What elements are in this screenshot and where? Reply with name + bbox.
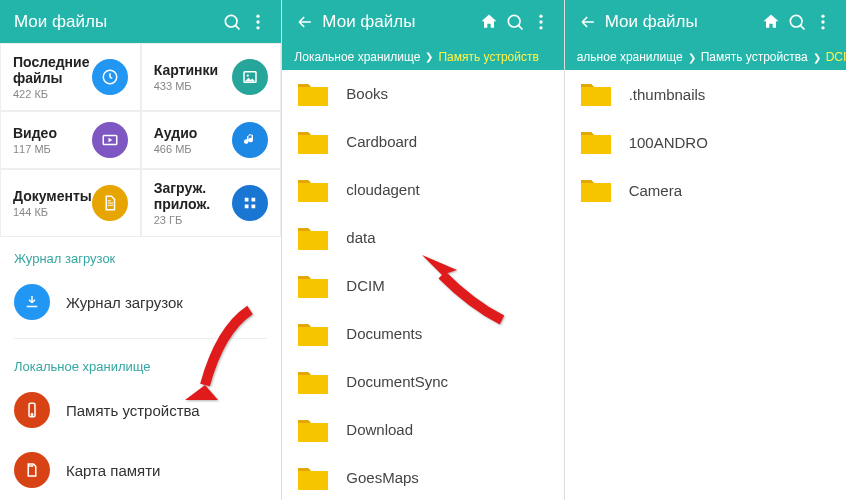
crumb-local[interactable]: альное хранилище: [577, 50, 683, 64]
svg-line-16: [518, 25, 522, 29]
folder-data[interactable]: data: [282, 214, 563, 262]
search-icon[interactable]: [219, 12, 245, 32]
crumb-local[interactable]: Локальное хранилище: [294, 50, 420, 64]
folder-name: Download: [346, 421, 413, 438]
svg-point-24: [821, 26, 824, 29]
overflow-icon[interactable]: [810, 12, 836, 32]
folder-documentsync[interactable]: DocumentSync: [282, 358, 563, 406]
folder-list: .thumbnails 100ANDRO Camera: [565, 70, 846, 214]
folder-name: GoesMaps: [346, 469, 419, 486]
tile-sub: 144 КБ: [13, 206, 92, 218]
tile-sub: 422 КБ: [13, 88, 92, 100]
svg-point-14: [31, 414, 33, 416]
search-icon[interactable]: [784, 12, 810, 32]
crumb-device[interactable]: Память устройств: [438, 50, 538, 64]
folder-cardboard[interactable]: Cardboard: [282, 118, 563, 166]
folder-icon: [296, 80, 330, 108]
folder-icon: [296, 128, 330, 156]
folder-icon: [579, 176, 613, 204]
svg-line-1: [236, 25, 240, 29]
back-icon[interactable]: [292, 12, 318, 32]
divider: [14, 338, 267, 339]
tile-sub: 117 МБ: [13, 143, 57, 155]
image-icon: [232, 59, 268, 95]
svg-point-4: [257, 26, 260, 29]
folder-100andro[interactable]: 100ANDRO: [565, 118, 846, 166]
overflow-icon[interactable]: [528, 12, 554, 32]
folder-name: .thumbnails: [629, 86, 706, 103]
breadcrumb: Локальное хранилище ❯ Память устройств: [282, 44, 563, 70]
folder-camera[interactable]: Camera: [565, 166, 846, 214]
folder-thumbnails[interactable]: .thumbnails: [565, 70, 846, 118]
screenshot-stage: Мои файлы Последние файлы422 КБ Картинки…: [0, 0, 846, 500]
chevron-right-icon: ❯: [688, 52, 696, 63]
home-icon[interactable]: [758, 12, 784, 32]
folder-dcim[interactable]: DCIM: [282, 262, 563, 310]
folder-icon: [579, 128, 613, 156]
folder-name: data: [346, 229, 375, 246]
row-device-storage[interactable]: Память устройства: [0, 380, 281, 440]
video-icon: [92, 122, 128, 158]
back-icon[interactable]: [575, 12, 601, 32]
row-label: Память устройства: [66, 402, 200, 419]
svg-point-17: [539, 14, 542, 17]
folder-books[interactable]: Books: [282, 70, 563, 118]
titlebar: Мои файлы: [282, 0, 563, 44]
pane-dcim: Мои файлы альное хранилище ❯ Память устр…: [565, 0, 846, 500]
category-grid: Последние файлы422 КБ Картинки433 МБ Вид…: [0, 43, 281, 237]
svg-point-18: [539, 20, 542, 23]
tile-documents[interactable]: Документы144 КБ: [0, 169, 141, 237]
folder-icon: [296, 416, 330, 444]
svg-point-19: [539, 26, 542, 29]
sd-card-icon: [14, 452, 50, 488]
folder-icon: [296, 176, 330, 204]
tile-video[interactable]: Видео117 МБ: [0, 111, 141, 169]
folder-download[interactable]: Download: [282, 406, 563, 454]
pane-myfiles: Мои файлы Последние файлы422 КБ Картинки…: [0, 0, 281, 500]
title: Мои файлы: [14, 12, 219, 32]
title: Мои файлы: [605, 12, 758, 32]
home-icon[interactable]: [476, 12, 502, 32]
folder-cloudagent[interactable]: cloudagent: [282, 166, 563, 214]
titlebar: Мои файлы: [0, 0, 281, 43]
folder-goesmaps[interactable]: GoesMaps: [282, 454, 563, 500]
tile-recent[interactable]: Последние файлы422 КБ: [0, 43, 141, 111]
tile-label: Аудио: [154, 125, 198, 141]
svg-point-3: [257, 20, 260, 23]
svg-point-22: [821, 15, 824, 18]
section-storage: Локальное хранилище: [0, 345, 281, 380]
folder-documents[interactable]: Documents: [282, 310, 563, 358]
svg-point-2: [257, 14, 260, 17]
crumb-device[interactable]: Память устройства: [701, 50, 808, 64]
title: Мои файлы: [322, 12, 475, 32]
tile-label: Видео: [13, 125, 57, 141]
svg-point-20: [790, 15, 802, 27]
apps-icon: [232, 185, 268, 221]
svg-point-0: [226, 15, 238, 27]
svg-rect-10: [252, 198, 256, 202]
chevron-right-icon: ❯: [813, 52, 821, 63]
pane-device-storage: Мои файлы Локальное хранилище ❯ Память у…: [282, 0, 563, 500]
tile-sub: 433 МБ: [154, 80, 218, 92]
folder-icon: [296, 320, 330, 348]
tile-audio[interactable]: Аудио466 МБ: [141, 111, 282, 169]
breadcrumb: альное хранилище ❯ Память устройства ❯ D…: [565, 44, 846, 70]
tile-pictures[interactable]: Картинки433 МБ: [141, 43, 282, 111]
svg-rect-11: [245, 205, 249, 209]
folder-icon: [296, 368, 330, 396]
row-download-journal[interactable]: Журнал загрузок: [0, 272, 281, 332]
crumb-dcim[interactable]: DCII: [826, 50, 846, 64]
folder-icon: [296, 272, 330, 300]
search-icon[interactable]: [502, 12, 528, 32]
folder-name: Camera: [629, 182, 682, 199]
tile-label: Последние файлы: [13, 54, 92, 86]
tile-sub: 466 МБ: [154, 143, 198, 155]
overflow-icon[interactable]: [245, 12, 271, 32]
tile-label: Загруж. прилож.: [154, 180, 233, 212]
audio-icon: [232, 122, 268, 158]
chevron-right-icon: ❯: [425, 51, 433, 62]
svg-rect-9: [245, 198, 249, 202]
folder-name: DocumentSync: [346, 373, 448, 390]
row-sd-card[interactable]: Карта памяти: [0, 440, 281, 500]
tile-apps[interactable]: Загруж. прилож.23 ГБ: [141, 169, 282, 237]
